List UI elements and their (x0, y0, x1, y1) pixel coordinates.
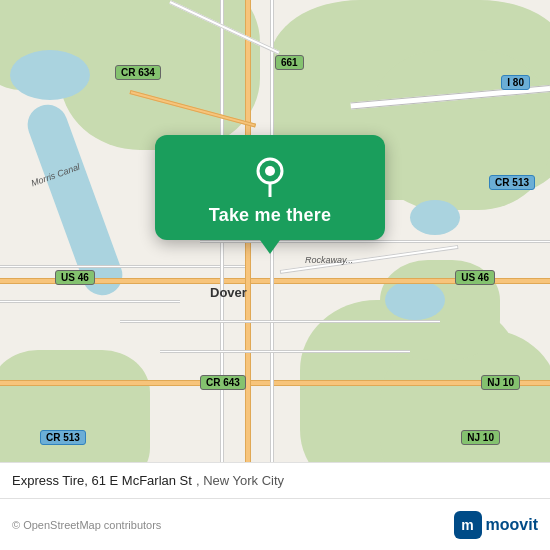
cr513-top-label: CR 513 (489, 175, 535, 190)
pin-icon (248, 153, 292, 197)
water-lake-2 (385, 280, 445, 320)
place-info-bar: Express Tire, 61 E McFarlan St , New Yor… (0, 462, 550, 498)
cr513-bottom-label: CR 513 (40, 430, 86, 445)
road-h-3 (120, 320, 440, 323)
water-lake-3 (410, 200, 460, 235)
moovit-icon: m (454, 511, 482, 539)
rockaway-label: Rockaway... (305, 255, 353, 265)
location-card: Take me there (155, 135, 385, 240)
i80-label: I 80 (501, 75, 530, 90)
road-h-1 (0, 265, 250, 268)
nj10-left-label: NJ 10 (461, 430, 500, 445)
road-h-5 (160, 350, 410, 353)
copyright-text: © OpenStreetMap contributors (12, 519, 454, 531)
moovit-brand-name: moovit (486, 516, 538, 534)
nj10-right-label: NJ 10 (481, 375, 520, 390)
moovit-logo: m moovit (454, 511, 538, 539)
cr634-label: CR 634 (115, 65, 161, 80)
place-city: , New York City (196, 473, 284, 488)
dover-label: Dover (210, 285, 247, 300)
cr661-label: 661 (275, 55, 304, 70)
road-nj10-h (0, 380, 550, 386)
svg-point-1 (265, 166, 275, 176)
road-h-4 (200, 240, 550, 243)
take-me-there-button[interactable]: Take me there (209, 205, 331, 226)
info-bar: © OpenStreetMap contributors m moovit (0, 498, 550, 550)
map-container: CR 634 661 I 80 CR 513 US 46 US 46 CR 64… (0, 0, 550, 550)
water-lake-1 (10, 50, 90, 100)
us46-right-label: US 46 (455, 270, 495, 285)
moovit-icon-letter: m (461, 517, 473, 533)
us46-left-label: US 46 (55, 270, 95, 285)
place-name: Express Tire, 61 E McFarlan St (12, 473, 192, 488)
cr643-label: CR 643 (200, 375, 246, 390)
road-h-2 (0, 300, 180, 303)
